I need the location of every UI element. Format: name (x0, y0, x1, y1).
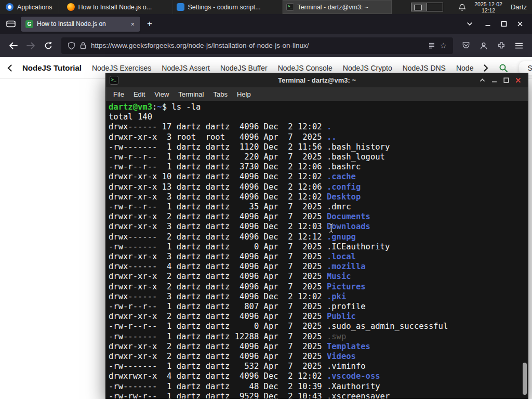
browser-tab-bar: G How to Install Node.js on × + (0, 14, 532, 34)
terminal-window-title: Terminal - dartz@vm3: ~ (106, 76, 528, 84)
workspace-1[interactable] (411, 3, 427, 11)
terminal-line: -rw------- 1 dartz dartz 12288 Apr 7 202… (109, 332, 521, 342)
terminal-scrollbar-thumb[interactable] (523, 363, 527, 395)
terminal-line: drwx------ 17 dartz dartz 4096 Dec 2 12:… (109, 122, 521, 132)
terminal-line: -rw-r--r-- 1 dartz dartz 35 Apr 7 2025 .… (109, 202, 521, 212)
terminal-minimize-button[interactable] (488, 75, 500, 86)
terminal-line: drwxr-xr-x 3 dartz dartz 4096 Apr 7 2025… (109, 252, 521, 262)
site-nav-title[interactable]: NodeJS Tutorial (22, 63, 82, 72)
terminal-line: drwxr-xr-x 2 dartz dartz 4096 Apr 7 2025… (109, 272, 521, 282)
terminal-menu-view[interactable]: View (150, 89, 174, 100)
task-label: How to Install Node.js o... (78, 4, 152, 11)
minimize-button[interactable] (480, 17, 496, 31)
terminal-line: -rw-r--r-- 1 dartz dartz 807 Apr 7 2025 … (109, 302, 521, 312)
terminal-window-controls (476, 75, 524, 86)
nav-link[interactable]: NodeJS DNS (403, 64, 446, 72)
terminal-line: total 140 (109, 112, 521, 122)
nav-link[interactable]: Node (456, 64, 473, 72)
task-button-codium[interactable]: Settings - codium script... (173, 0, 283, 14)
lock-icon[interactable] (80, 42, 86, 49)
terminal-line: drwxr-xr-x 2 dartz dartz 4096 Apr 7 2025… (109, 342, 521, 352)
task-button-firefox[interactable]: How to Install Node.js o... (63, 0, 173, 14)
terminal-maximize-button[interactable] (500, 75, 512, 86)
task-label: Settings - codium script... (188, 4, 260, 11)
terminal-line: drwx------ 2 dartz dartz 4096 Dec 2 12:1… (109, 232, 521, 242)
terminal-line: drwxr-xr-x 2 dartz dartz 4096 Apr 7 2025… (109, 212, 521, 222)
workspace-switcher[interactable] (411, 0, 443, 14)
user-label: Dartz (507, 0, 532, 14)
search-icon[interactable] (499, 63, 508, 73)
terminal-line: drwxr-xr-x 2 dartz dartz 4096 Apr 7 2025… (109, 352, 521, 362)
terminal-line: drwxr-xr-x 13 dartz dartz 4096 Dec 2 12:… (109, 182, 521, 192)
nav-link[interactable]: NodeJS Assert (162, 64, 210, 72)
menu-hamburger-icon[interactable] (511, 38, 527, 54)
terminal-icon (286, 3, 294, 11)
browser-tab[interactable]: G How to Install Node.js on × (21, 17, 140, 32)
url-text: https://www.geeksforgeeks.org/node-js/in… (91, 42, 423, 49)
text-cursor-pointer (328, 223, 335, 233)
applications-label: Applications (17, 4, 52, 11)
notification-bell-icon[interactable] (454, 0, 470, 14)
terminal-menu-edit[interactable]: Edit (129, 89, 150, 100)
applications-menu[interactable]: Applications (0, 0, 58, 14)
nav-back-chevron-icon[interactable] (7, 64, 12, 72)
shield-icon[interactable] (68, 42, 75, 50)
terminal-window: Terminal - dartz@vm3: ~ FileEditViewTerm… (105, 73, 528, 399)
url-bar[interactable]: https://www.geeksforgeeks.org/node-js/in… (61, 37, 453, 54)
terminal-close-button[interactable] (512, 75, 524, 86)
reload-icon[interactable] (41, 38, 56, 54)
terminal-menu-terminal[interactable]: Terminal (174, 89, 208, 100)
terminal-menu-help[interactable]: Help (232, 89, 256, 100)
browser-toolbar: https://www.geeksforgeeks.org/node-js/in… (0, 34, 532, 57)
terminal-line: -rw------- 1 dartz dartz 1120 Dec 2 11:5… (109, 142, 521, 152)
terminal-scrollbar[interactable] (522, 102, 528, 397)
terminal-body[interactable]: dartz@vm3:~$ ls -latotal 140drwx------ 1… (106, 101, 528, 398)
terminal-line: -rw-rw-r-- 1 dartz dartz 9529 Dec 2 10:4… (109, 392, 521, 398)
top-panel: Applications How to Install Node.js o...… (0, 0, 532, 14)
nav-link[interactable]: NodeJS Console (278, 64, 332, 72)
terminal-line: drwxr-xr-x 3 dartz dartz 4096 Dec 2 12:0… (109, 192, 521, 202)
terminal-output: dartz@vm3:~$ ls -latotal 140drwx------ 1… (109, 102, 521, 398)
nav-link[interactable]: NodeJS Buffer (220, 64, 268, 72)
nav-forward-chevron-icon[interactable] (484, 64, 488, 72)
terminal-line: drwxr-xr-x 3 dartz dartz 4096 Dec 2 12:0… (109, 222, 521, 232)
forward-icon[interactable] (23, 38, 38, 54)
list-all-tabs-chevron-icon[interactable] (463, 17, 476, 31)
pocket-icon[interactable] (458, 38, 474, 54)
terminal-menubar: FileEditViewTerminalTabsHelp (106, 87, 528, 101)
terminal-menu-file[interactable]: File (109, 89, 129, 100)
reader-mode-icon[interactable] (428, 42, 435, 49)
tab-close-icon[interactable]: × (129, 20, 136, 28)
maximize-button[interactable] (496, 17, 512, 31)
back-icon[interactable] (5, 38, 21, 54)
bookmark-star-icon[interactable]: ☆ (440, 42, 447, 49)
terminal-line: drwxr-xr-x 10 dartz dartz 4096 Dec 2 12:… (109, 172, 521, 182)
task-button-terminal[interactable]: Terminal - dartz@vm3: ~ (283, 0, 392, 14)
terminal-line: drwxr-xr-x 3 root root 4096 Apr 7 2025 .… (109, 132, 521, 142)
shade-button[interactable] (476, 75, 488, 86)
nav-link[interactable]: NodeJS Crypto (343, 64, 392, 72)
task-label: Terminal - dartz@vm3: ~ (297, 4, 368, 11)
terminal-line: drwx------ 4 dartz dartz 4096 Apr 7 2025… (109, 262, 521, 272)
terminal-line: drwxr-xr-x 2 dartz dartz 4096 Apr 7 2025… (109, 282, 521, 292)
tab-title: How to Install Node.js on (37, 20, 126, 28)
terminal-line: dartz@vm3:~$ ls -la (109, 102, 521, 112)
terminal-line: -rw------- 1 dartz dartz 0 Apr 7 2025 .I… (109, 242, 521, 252)
panel-clock[interactable]: 2025-12-02 12:12 (470, 0, 507, 14)
firefox-view-icon[interactable] (4, 17, 18, 31)
terminal-menu-tabs[interactable]: Tabs (208, 89, 232, 100)
new-tab-button[interactable]: + (143, 19, 156, 29)
terminal-line: -rw-r--r-- 1 dartz dartz 0 Apr 7 2025 .s… (109, 322, 521, 331)
nav-link[interactable]: NodeJS Exercises (92, 64, 151, 72)
account-icon[interactable] (476, 38, 491, 54)
workspace-2[interactable] (427, 3, 443, 11)
close-button[interactable] (512, 17, 528, 31)
terminal-line: drwxrwxr-x 4 dartz dartz 4096 Dec 2 12:0… (109, 371, 521, 381)
extensions-icon[interactable] (494, 38, 509, 54)
terminal-line: -rw-r--r-- 1 dartz dartz 220 Apr 7 2025 … (109, 152, 521, 162)
window-task-list: How to Install Node.js o...Settings - co… (63, 0, 392, 14)
terminal-line: drwxr-xr-x 2 dartz dartz 4096 Apr 7 2025… (109, 312, 521, 322)
clock-time: 12:12 (474, 7, 502, 14)
browser-window-controls (480, 17, 528, 31)
terminal-line: drwx------ 3 dartz dartz 4096 Dec 2 12:0… (109, 292, 521, 302)
